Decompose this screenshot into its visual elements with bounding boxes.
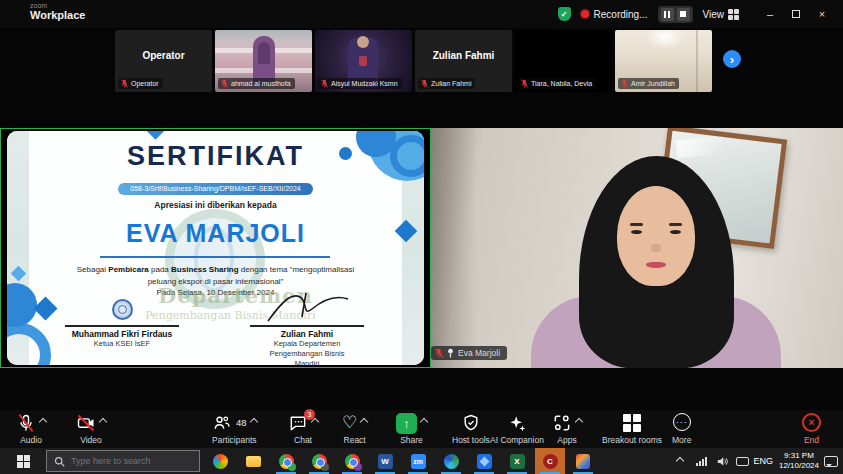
participants-button[interactable]: 48 Participants bbox=[212, 413, 257, 445]
participant-thumbnail-tiara[interactable]: Tiara, Nabila, Devia bbox=[515, 30, 612, 92]
taskbar-edge-icon[interactable] bbox=[436, 448, 466, 474]
react-button[interactable]: ♡ React bbox=[342, 413, 367, 445]
window-controls: – × bbox=[757, 0, 835, 28]
stop-recording-button[interactable] bbox=[677, 8, 690, 21]
tray-language[interactable]: ENG bbox=[753, 448, 773, 474]
minimize-button[interactable]: – bbox=[757, 0, 783, 28]
react-label: React bbox=[344, 435, 366, 445]
taskbar-chrome3-icon[interactable] bbox=[337, 448, 367, 474]
heart-icon: ♡ bbox=[342, 413, 357, 433]
muted-mic-icon bbox=[121, 79, 128, 88]
taskbar-word-icon[interactable]: W bbox=[370, 448, 400, 474]
participant-name-label: Zulian Fahmi bbox=[418, 78, 475, 89]
keyboard-icon bbox=[736, 457, 749, 466]
taskbar-explorer-icon[interactable] bbox=[238, 448, 268, 474]
signer-role: Mandiri bbox=[232, 359, 382, 365]
participants-icon bbox=[212, 413, 232, 433]
participant-name-text: Amir Jundillah bbox=[631, 80, 675, 87]
breakout-rooms-button[interactable]: Breakout rooms bbox=[602, 413, 662, 445]
organization-seal-icon bbox=[112, 299, 133, 320]
main-speaker-video[interactable]: Eva Marjoli bbox=[431, 128, 843, 368]
signer-name: Zulian Fahmi bbox=[232, 329, 382, 339]
taskbar-search[interactable] bbox=[46, 450, 200, 472]
taskbar-colorful-app-icon[interactable] bbox=[568, 448, 598, 474]
taskbar-zoom-icon[interactable]: zm bbox=[403, 448, 433, 474]
tray-action-center[interactable] bbox=[824, 448, 838, 474]
taskbar-chrome2-icon[interactable] bbox=[304, 448, 334, 474]
share-button[interactable]: ↑ Share bbox=[396, 413, 427, 445]
participant-name-label: ahmad al musthofa bbox=[218, 78, 295, 89]
audio-options-caret[interactable] bbox=[39, 418, 47, 426]
muted-mic-icon bbox=[621, 79, 628, 88]
taskbar-chrome-drive-icon[interactable] bbox=[271, 448, 301, 474]
host-tools-button[interactable]: Host tools bbox=[452, 413, 490, 445]
taskbar-copilot-icon[interactable] bbox=[205, 448, 235, 474]
body-text: dengan tema “mengoptimalisasi bbox=[239, 265, 355, 274]
chat-options-caret[interactable] bbox=[311, 418, 319, 426]
participant-thumbnail-amir[interactable]: Amir Jundillah bbox=[615, 30, 712, 92]
tray-network[interactable] bbox=[696, 448, 707, 474]
tray-volume[interactable] bbox=[716, 448, 729, 474]
share-icon: ↑ bbox=[396, 413, 417, 434]
ai-companion-button[interactable]: AI Companion bbox=[490, 413, 544, 445]
tray-clock[interactable]: 9:31 PM 12/10/2024 bbox=[779, 448, 819, 474]
participant-name-text: Aisyul Mudzaki Ksmn bbox=[331, 80, 398, 87]
edge-icon bbox=[444, 454, 459, 469]
building-gate-shape bbox=[253, 36, 275, 84]
titlebar-controls: ✓ Recording... View – × bbox=[558, 0, 843, 28]
share-options-caret[interactable] bbox=[420, 418, 428, 426]
apps-options-caret[interactable] bbox=[575, 418, 583, 426]
start-button[interactable] bbox=[0, 448, 46, 474]
close-button[interactable]: × bbox=[809, 0, 835, 28]
certificate-number-text: 058-3/Srtf/Business-Sharing/DPBM/IsEF-SE… bbox=[118, 183, 312, 195]
body-text-bold: Business Sharing bbox=[171, 265, 239, 274]
brand-zoom-label: zoom bbox=[30, 2, 85, 9]
participant-name-label: Tiara, Nabila, Devia bbox=[518, 78, 596, 89]
signature-line bbox=[250, 325, 364, 327]
windows-taskbar: W zm X C ENG 9:31 PM bbox=[0, 448, 843, 474]
next-participants-page-button[interactable]: › bbox=[723, 50, 741, 68]
body-text: pada bbox=[149, 265, 171, 274]
video-options-caret[interactable] bbox=[99, 418, 107, 426]
participants-options-caret[interactable] bbox=[249, 418, 257, 426]
body-text-bold: Pembicara bbox=[108, 265, 148, 274]
participant-thumbnail-operator[interactable]: Operator Operator bbox=[115, 30, 212, 92]
signer-name: Muhammad Fikri Firdaus bbox=[47, 329, 197, 339]
audio-button[interactable]: Audio bbox=[16, 413, 46, 445]
maximize-button[interactable] bbox=[783, 0, 809, 28]
taskbar-photos-icon[interactable] bbox=[469, 448, 499, 474]
folder-icon bbox=[246, 456, 261, 467]
video-label: Video bbox=[80, 435, 102, 445]
taskbar-excel-icon[interactable]: X bbox=[502, 448, 532, 474]
participant-center-name: Zulian Fahmi bbox=[415, 50, 512, 61]
pause-recording-button[interactable] bbox=[661, 8, 674, 21]
video-button[interactable]: Video bbox=[76, 413, 106, 445]
meeting-info-shield-icon[interactable]: ✓ bbox=[558, 7, 571, 21]
profile-badge bbox=[321, 463, 329, 471]
muted-mic-icon bbox=[421, 79, 428, 88]
search-icon bbox=[54, 456, 65, 467]
pause-icon bbox=[664, 11, 670, 18]
end-label: End bbox=[804, 435, 819, 445]
audio-label: Audio bbox=[20, 435, 42, 445]
search-input[interactable] bbox=[71, 456, 192, 466]
clock-time: 9:31 PM bbox=[779, 451, 819, 461]
tray-show-hidden-icons[interactable] bbox=[677, 448, 683, 474]
more-button[interactable]: ··· More bbox=[672, 413, 691, 445]
participant-thumbnail-ahmad[interactable]: ahmad al musthofa bbox=[215, 30, 312, 92]
taskbar-active-app-icon[interactable]: C bbox=[535, 448, 565, 474]
end-button[interactable]: × End bbox=[802, 413, 821, 445]
apps-button[interactable]: Apps bbox=[552, 413, 582, 445]
signature-block-right: Zulian Fahmi Kepala Departemen Pengemban… bbox=[232, 323, 382, 365]
ai-companion-label: AI Companion bbox=[490, 435, 544, 445]
copilot-icon bbox=[213, 454, 228, 469]
view-button[interactable]: View bbox=[703, 9, 740, 20]
react-options-caret[interactable] bbox=[360, 418, 368, 426]
participant-name-label: Operator bbox=[118, 78, 163, 89]
participant-thumbnail-zulian[interactable]: Zulian Fahmi Zulian Fahmi bbox=[415, 30, 512, 92]
speaker-name-label: Eva Marjoli bbox=[431, 346, 507, 360]
participant-thumbnail-aisyul[interactable]: Aisyul Mudzaki Ksmn bbox=[315, 30, 412, 92]
tray-touch-keyboard[interactable] bbox=[736, 448, 749, 474]
chat-button[interactable]: 3 Chat bbox=[288, 413, 318, 445]
muted-camera-icon bbox=[76, 413, 96, 433]
